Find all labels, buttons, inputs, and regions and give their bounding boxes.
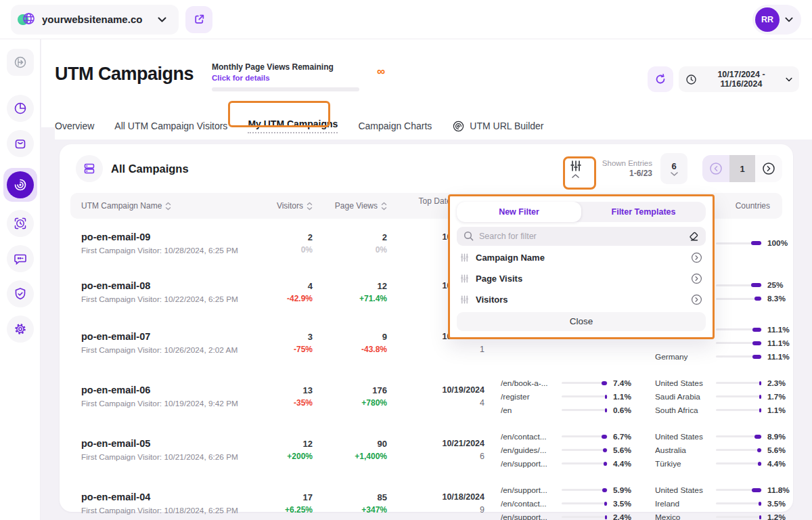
page-views-cell: 20% [329, 232, 387, 255]
chevron-up-icon [572, 174, 579, 178]
shown-entries: Shown Entries 1-6/23 [602, 159, 652, 178]
tab-all-utm-campaign-visitors[interactable]: All UTM Campaign Visitors [114, 121, 227, 131]
usage-label: Monthly Page Views Remaining [212, 62, 366, 72]
country-percent: 11.1% [767, 352, 793, 362]
search-icon [464, 231, 474, 241]
page-bar: /en/book-a-...7.4% [501, 378, 639, 387]
date-range-picker[interactable]: 10/17/2024 - 11/16/2024 [679, 66, 799, 92]
next-page-button[interactable] [755, 155, 782, 182]
page-track [562, 382, 608, 384]
page-size-select[interactable]: 6 [660, 153, 687, 184]
page-views-cell: 12+71.4% [329, 281, 387, 303]
page-track [562, 516, 608, 518]
filter-sliders-icon [569, 159, 583, 173]
site-logo-icon [18, 12, 35, 28]
filter-search [457, 227, 706, 246]
tab-utm-url-builder[interactable]: UTM URL Builder [452, 120, 543, 133]
shield-check-icon [13, 286, 28, 301]
tab-my-utm-campaigns[interactable]: My UTM Campaigns [248, 118, 338, 133]
sidebar-item-store[interactable] [7, 130, 34, 157]
arrow-right-circle-icon[interactable] [690, 272, 703, 285]
country-track [716, 382, 762, 384]
tab-overview[interactable]: Overview [55, 121, 94, 131]
arrow-right-circle-icon[interactable] [690, 293, 703, 306]
page-label: /en/book-a-... [501, 378, 556, 388]
country-bar: Australia5.6% [655, 446, 793, 454]
sidebar-item-settings[interactable] [7, 316, 34, 343]
page-bar: /register1.1% [501, 392, 639, 401]
page-track [562, 409, 608, 411]
tab-bar: OverviewAll UTM Campaign VisitorsMy UTM … [55, 112, 812, 139]
country-percent: 11.8% [767, 485, 793, 495]
table-row[interactable]: po-en-email-05First Campaign Visitor: 10… [70, 423, 782, 477]
campaign-name: po-en-email-08 [81, 280, 244, 291]
page-bar: /en/contact...3.5% [501, 499, 639, 508]
page-percent: 6.7% [613, 432, 639, 441]
sidebar-item-dashboard[interactable] [7, 95, 34, 122]
site-selector[interactable]: yourwebsitename.co [11, 5, 179, 35]
filter-search-input[interactable] [479, 232, 683, 241]
usage-details-link[interactable]: Click for details [212, 74, 366, 82]
visitors-cell: 20% [260, 232, 313, 255]
visitors-cell: 13-35% [260, 385, 313, 408]
arrow-right-circle-icon[interactable] [690, 251, 703, 264]
filter-item-label: Campaign Name [476, 253, 684, 263]
sidebar-item-security[interactable] [7, 280, 34, 307]
infinity-value: ∞ [377, 65, 385, 79]
filter-item-visitors[interactable]: Visitors [457, 289, 706, 310]
country-bar: United States8.9% [655, 432, 793, 441]
country-track [716, 409, 762, 411]
column-header-utm-campaign-name[interactable]: UTM Campaign Name [81, 201, 244, 211]
country-track [716, 489, 762, 491]
page-size-value: 6 [671, 161, 676, 171]
current-page[interactable]: 1 [729, 155, 755, 182]
sidebar-item-collapse[interactable] [7, 49, 34, 76]
page-track [562, 449, 608, 451]
shown-entries-label: Shown Entries [602, 159, 652, 167]
prev-page-button[interactable] [702, 155, 729, 182]
country-label: Australia [655, 446, 710, 455]
clock-icon [685, 74, 697, 85]
country-track [716, 242, 762, 244]
visitors-cell: 12+200% [260, 439, 313, 461]
page-label: /en/guides/... [501, 446, 556, 455]
page-label: /en/contact... [501, 432, 556, 441]
first-visitor: First Campaign Visitor: 10/28/2024, 6:25… [81, 246, 244, 255]
country-track [716, 342, 762, 344]
country-percent: 11.1% [767, 325, 793, 334]
sidebar-item-goals[interactable] [7, 210, 34, 237]
account-menu[interactable]: RR [752, 5, 801, 35]
filter-tab-filter-templates[interactable]: Filter Templates [581, 202, 706, 222]
chat-icon [13, 251, 28, 266]
column-header-visitors[interactable]: Visitors [260, 201, 313, 211]
country-bar: Saudi Arabia1.7% [655, 392, 793, 401]
table-row[interactable]: po-en-email-04First Campaign Visitor: 10… [70, 477, 782, 520]
column-label: Countries [736, 201, 770, 211]
top-date-cell: 10/18/20249 [403, 492, 484, 515]
refresh-button[interactable] [648, 66, 673, 92]
filter-button[interactable] [562, 154, 590, 183]
country-track [716, 328, 762, 330]
table-row[interactable]: po-en-email-06First Campaign Visitor: 10… [70, 370, 782, 423]
filter-item-campaign-name[interactable]: Campaign Name [457, 247, 706, 268]
filter-item-label: Page Visits [476, 274, 684, 284]
page-views-cell: 90+1,400% [329, 439, 387, 461]
sidebar-item-feedback[interactable] [7, 245, 34, 272]
filter-item-page-visits[interactable]: Page Visits [457, 268, 706, 289]
filter-tab-new-filter[interactable]: New Filter [457, 202, 581, 222]
column-header-page-views[interactable]: Page Views [329, 201, 387, 211]
page-percent: 2.4% [613, 513, 639, 520]
page-views-cell: 9-43.8% [329, 332, 387, 354]
page-track [562, 395, 608, 397]
country-bar: United States2.3% [655, 378, 793, 387]
tab-campaign-charts[interactable]: Campaign Charts [358, 121, 432, 131]
shown-entries-value: 1-6/23 [602, 169, 652, 178]
page-label: /en [501, 406, 556, 415]
country-track [716, 355, 762, 358]
sidebar-item-campaigns[interactable] [3, 168, 37, 202]
country-bar: Mexico1.2% [655, 513, 793, 520]
filter-close-button[interactable]: Close [457, 312, 706, 331]
open-site-button[interactable] [185, 6, 212, 33]
country-track [716, 502, 762, 504]
eraser-icon[interactable] [688, 231, 699, 242]
